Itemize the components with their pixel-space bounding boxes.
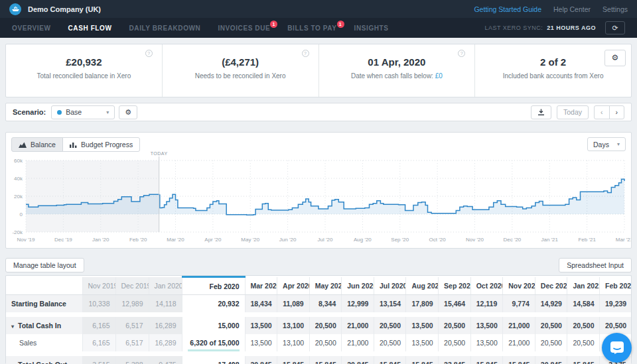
table-cell[interactable]: 20,845 bbox=[342, 356, 374, 364]
table-cell[interactable]: 15,845 bbox=[374, 356, 406, 364]
table-cell[interactable]: 18,434 bbox=[245, 295, 277, 312]
help-center-link[interactable]: Help Center bbox=[553, 5, 591, 13]
table-cell[interactable]: 13,500 bbox=[470, 334, 503, 351]
budget-progress-view-button[interactable]: Budget Progress bbox=[62, 137, 140, 152]
table-cell[interactable]: 12,999 bbox=[342, 295, 374, 312]
table-cell[interactable]: 16,289 bbox=[149, 317, 182, 334]
table-cell[interactable]: 20,500 bbox=[374, 334, 406, 351]
table-cell[interactable]: 12,989 bbox=[115, 295, 149, 312]
getting-started-link[interactable]: Getting Started Guide bbox=[474, 5, 541, 13]
table-cell[interactable]: 6,165 bbox=[82, 334, 115, 351]
table-cell[interactable]: 3,515 bbox=[82, 356, 115, 364]
row-label[interactable]: ▾Total Cash Out bbox=[6, 356, 82, 364]
table-cell[interactable]: 9,774 bbox=[503, 295, 535, 312]
table-cell[interactable]: 20,500 bbox=[439, 317, 471, 334]
table-cell[interactable]: 14,584 bbox=[567, 295, 600, 312]
company-name[interactable]: Demo Company (UK) bbox=[28, 5, 101, 13]
table-cell[interactable]: 8,344 bbox=[309, 295, 342, 312]
table-cell[interactable]: 15,000 bbox=[182, 317, 245, 334]
table-cell[interactable]: 15,845 bbox=[277, 356, 310, 364]
table-cell[interactable]: 20,500 bbox=[309, 317, 342, 334]
table-cell[interactable]: 20,500 bbox=[567, 334, 600, 351]
bank-accounts-gear-button[interactable]: ⚙ bbox=[604, 50, 626, 66]
prev-period-button[interactable]: ‹ bbox=[594, 105, 610, 119]
table-cell[interactable]: 21,000 bbox=[342, 317, 374, 334]
table-cell[interactable]: 20,500 bbox=[535, 334, 567, 351]
column-header[interactable]: Nov 2019 bbox=[82, 277, 115, 295]
tab-bills-to-pay[interactable]: BILLS TO PAY 1 bbox=[287, 25, 336, 32]
table-cell[interactable]: 12,119 bbox=[470, 295, 503, 312]
table-cell[interactable]: 15,845 bbox=[470, 356, 503, 364]
table-cell[interactable]: 6,517 bbox=[115, 317, 149, 334]
table-cell[interactable]: 13,500 bbox=[406, 334, 439, 351]
table-cell[interactable]: 17,809 bbox=[406, 295, 439, 312]
table-cell[interactable]: 19,239 bbox=[600, 295, 632, 312]
chat-launcher-button[interactable] bbox=[602, 333, 632, 363]
table-cell[interactable]: 15,845 bbox=[503, 356, 535, 364]
column-header[interactable]: Jan 2021 bbox=[567, 277, 600, 295]
table-cell[interactable]: 10,338 bbox=[82, 295, 115, 312]
float-logo-icon[interactable] bbox=[9, 3, 21, 15]
table-cell[interactable]: 20,500 bbox=[535, 317, 567, 334]
granularity-select[interactable]: Days ▾ bbox=[587, 137, 626, 151]
scenario-gear-button[interactable]: ⚙ bbox=[119, 105, 137, 119]
table-cell[interactable]: 9,475 bbox=[149, 356, 182, 364]
table-cell[interactable]: 13,500 bbox=[245, 317, 277, 334]
table-cell[interactable]: 13,500 bbox=[245, 334, 277, 351]
table-cell[interactable]: 11,089 bbox=[277, 295, 310, 312]
table-cell[interactable]: 6,517 bbox=[115, 334, 149, 351]
table-cell[interactable]: 13,154 bbox=[374, 295, 406, 312]
help-icon[interactable]: ? bbox=[145, 50, 153, 57]
column-header[interactable]: Aug 2020 bbox=[406, 277, 439, 295]
tab-cash-flow[interactable]: CASH FLOW bbox=[68, 25, 112, 32]
refresh-sync-button[interactable]: ⟳ bbox=[605, 21, 625, 34]
table-cell[interactable]: 15,845 bbox=[309, 356, 342, 364]
table-cell[interactable]: 21,000 bbox=[342, 334, 374, 351]
column-header[interactable]: Dec 2020 bbox=[535, 277, 567, 295]
column-header[interactable]: Apr 2020 bbox=[277, 277, 310, 295]
table-cell[interactable]: 14,118 bbox=[149, 295, 182, 312]
table-cell[interactable]: 15,464 bbox=[439, 295, 471, 312]
cash-threshold-link[interactable]: £0 bbox=[435, 72, 443, 80]
column-header[interactable]: Feb 2020 bbox=[182, 277, 245, 295]
today-button[interactable]: Today bbox=[557, 105, 589, 119]
tab-invoices-due[interactable]: INVOICES DUE 1 bbox=[218, 25, 270, 32]
export-button[interactable] bbox=[531, 105, 551, 119]
table-cell[interactable]: 16,289 bbox=[149, 334, 182, 351]
table-cell[interactable]: 13,100 bbox=[277, 317, 310, 334]
column-header[interactable]: Nov 2020 bbox=[503, 277, 535, 295]
column-header[interactable]: Feb 2021 bbox=[600, 277, 632, 295]
table-cell[interactable]: 5,388 bbox=[115, 356, 149, 364]
next-period-button[interactable]: › bbox=[609, 105, 625, 119]
table-cell[interactable]: 20,500 bbox=[309, 334, 342, 351]
column-header[interactable]: Mar 2020 bbox=[245, 277, 277, 295]
column-header[interactable]: May 2020 bbox=[309, 277, 342, 295]
table-cell[interactable]: 13,500 bbox=[470, 317, 503, 334]
table-cell[interactable]: 20,500 bbox=[374, 317, 406, 334]
table-cell[interactable]: 23,845 bbox=[439, 356, 471, 364]
balance-chart[interactable]: TODAY 60k40k20k0-20kNov '19Dec '19Jan '2… bbox=[6, 152, 631, 247]
scenario-select[interactable]: Base ▾ bbox=[51, 105, 115, 119]
table-cell[interactable]: 14,929 bbox=[535, 295, 567, 312]
column-header[interactable]: Jan 2020 bbox=[149, 277, 182, 295]
table-cell[interactable]: 20,845 bbox=[245, 356, 277, 364]
table-cell[interactable]: 20,500 bbox=[439, 334, 471, 351]
table-cell[interactable]: 21,000 bbox=[503, 334, 535, 351]
spreadsheet-input-button[interactable]: Spreadsheet Input bbox=[559, 258, 632, 273]
table-cell[interactable]: 20,845 bbox=[535, 356, 567, 364]
manage-table-layout-button[interactable]: Manage table layout bbox=[5, 258, 84, 273]
tab-insights[interactable]: INSIGHTS bbox=[354, 25, 389, 32]
settings-link[interactable]: Settings bbox=[602, 5, 628, 13]
column-header[interactable]: Jul 2020 bbox=[374, 277, 406, 295]
expand-row-icon[interactable]: ▾ bbox=[11, 324, 14, 330]
table-cell[interactable]: 20,500 bbox=[600, 317, 632, 334]
table-cell[interactable]: 15,845 bbox=[567, 356, 600, 364]
tab-overview[interactable]: OVERVIEW bbox=[12, 25, 51, 32]
help-icon[interactable]: ? bbox=[302, 50, 309, 57]
table-cell[interactable]: 20,932 bbox=[182, 295, 245, 312]
column-header[interactable]: Dec 2019 bbox=[115, 277, 149, 295]
table-cell[interactable]: 15,845 bbox=[406, 356, 439, 364]
table-cell[interactable]: 21,000 bbox=[503, 317, 535, 334]
tab-daily-breakdown[interactable]: DAILY BREAKDOWN bbox=[129, 25, 200, 32]
table-cell[interactable]: 6,165 bbox=[82, 317, 115, 334]
